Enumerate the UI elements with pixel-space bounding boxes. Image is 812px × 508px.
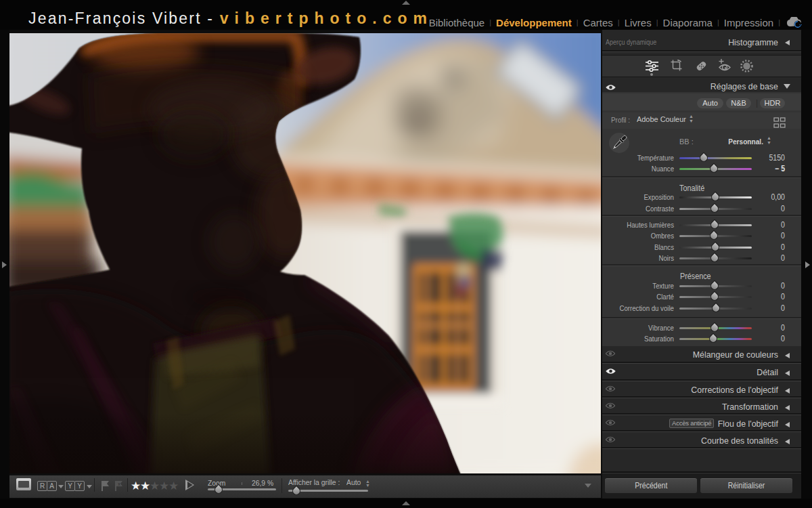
- svg-text:x: x: [118, 482, 120, 486]
